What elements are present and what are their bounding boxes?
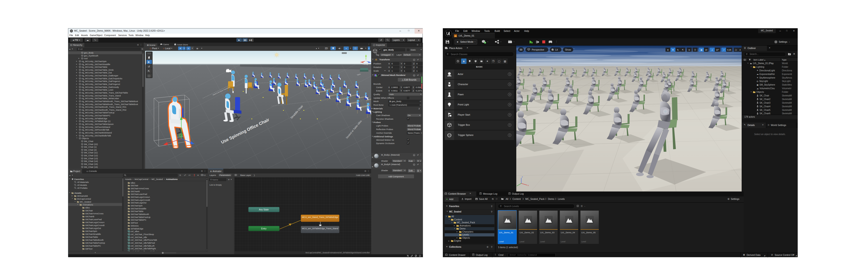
svg-text:MCU_am_Stand_Trans_SitTableEdg: MCU_am_Stand_Trans_SitTableEdge: [302, 216, 338, 218]
svg-text:✥: ✥: [672, 49, 674, 51]
svg-text:➤: ➤: [667, 49, 669, 51]
svg-text:∠: ∠: [711, 49, 713, 51]
svg-text:Entry: Entry: [261, 228, 266, 230]
svg-text:▦: ▦: [701, 49, 703, 51]
svg-text:↗: ↗: [723, 49, 725, 51]
svg-text:Perspective: Perspective: [532, 48, 544, 51]
svg-text:🎥: 🎥: [735, 48, 737, 51]
svg-text:MCU_am_SitTableEdge_Trans_Stan: MCU_am_SitTableEdge_Trans_Stand: [302, 227, 338, 230]
svg-text:Lit: Lit: [555, 48, 558, 51]
svg-text:⊙: ⊙: [688, 49, 690, 51]
svg-text:⇱: ⇱: [148, 70, 150, 72]
svg-text:Persp: Persp: [363, 63, 368, 65]
svg-text:↺: ↺: [148, 65, 150, 68]
svg-text:☷: ☷: [694, 49, 696, 51]
svg-text:0.25: 0.25: [727, 49, 731, 51]
svg-text:⇱: ⇱: [682, 49, 684, 51]
svg-text:Z: Z: [522, 176, 523, 178]
svg-text:↻: ↻: [677, 49, 679, 51]
svg-text:4: 4: [739, 49, 741, 51]
svg-text:10°: 10°: [716, 49, 719, 51]
svg-text:Show: Show: [565, 48, 571, 51]
svg-text:✥: ✥: [148, 61, 150, 64]
svg-text:▢: ▢: [148, 74, 150, 77]
svg-text:X: X: [528, 184, 529, 186]
svg-text:10: 10: [705, 49, 707, 51]
svg-text:Any State: Any State: [259, 208, 269, 211]
